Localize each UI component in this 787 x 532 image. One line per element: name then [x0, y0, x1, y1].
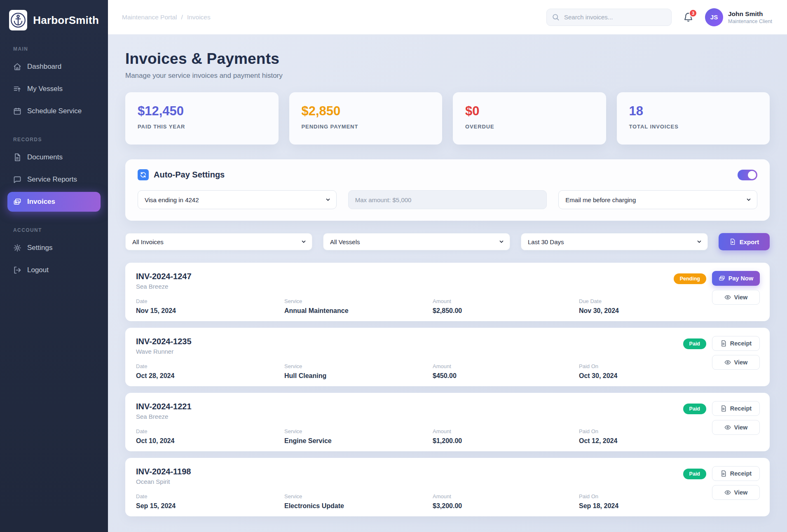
- sidebar-item-label: Service Reports: [27, 175, 77, 184]
- view-label: View: [734, 489, 748, 496]
- invoice-field-service: Service Hull Cleaning: [284, 363, 433, 380]
- notifications-button[interactable]: 3: [683, 12, 693, 22]
- invoice-list: INV-2024-1247 Sea Breeze Date Nov 15, 20…: [125, 263, 770, 516]
- sidebar-item-schedule-service[interactable]: Schedule Service: [7, 101, 101, 121]
- sidebar: HarborSmith MAIN Dashboard My Vessels Sc…: [0, 0, 108, 532]
- date-range-filter-wrap: Last 30 Days: [521, 233, 708, 250]
- gear-icon: [13, 244, 21, 252]
- anchor-icon: [10, 12, 26, 28]
- receipt-button[interactable]: Receipt: [712, 401, 760, 416]
- view-label: View: [734, 294, 748, 301]
- autopay-refresh-icon: [138, 169, 149, 180]
- stat-value: $0: [465, 104, 594, 119]
- nav-section-account: ACCOUNT: [13, 227, 101, 233]
- stat-card-pending-payment: $2,850 PENDING PAYMENT: [289, 92, 443, 145]
- date-range-select[interactable]: Last 30 Days: [521, 233, 708, 250]
- max-amount-input[interactable]: [348, 190, 547, 209]
- vessels-list-icon: [13, 85, 21, 93]
- invoice-filter-select[interactable]: All Invoices: [125, 233, 312, 250]
- breadcrumb-current: Invoices: [187, 14, 211, 21]
- invoice-row: INV-2024-1198 Ocean Spirit Date Sep 15, …: [125, 458, 770, 516]
- receipt-button[interactable]: Receipt: [712, 336, 760, 351]
- invoice-field-date: Date Sep 15, 2024: [136, 493, 284, 510]
- vessel-filter-wrap: All Vessels: [323, 233, 510, 250]
- stat-value: $2,850: [302, 104, 430, 119]
- vessel-filter-select[interactable]: All Vessels: [323, 233, 510, 250]
- sidebar-item-my-vessels[interactable]: My Vessels: [7, 79, 101, 99]
- search-input[interactable]: [546, 9, 672, 26]
- status-badge: Paid: [683, 404, 706, 414]
- invoice-number: INV-2024-1198: [136, 467, 759, 476]
- invoice-number: INV-2024-1247: [136, 272, 759, 281]
- sidebar-item-label: Dashboard: [27, 63, 61, 71]
- view-button[interactable]: View: [712, 485, 760, 500]
- toggle-knob: [748, 171, 756, 179]
- view-button[interactable]: View: [712, 290, 760, 305]
- user-role: Maintenance Client: [728, 19, 772, 24]
- eye-icon: [724, 359, 731, 366]
- stat-value: 18: [629, 104, 758, 119]
- notify-select[interactable]: Email me before charging: [558, 190, 757, 209]
- export-file-icon: [729, 238, 736, 245]
- avatar: JS: [705, 8, 723, 26]
- sidebar-item-dashboard[interactable]: Dashboard: [7, 57, 101, 77]
- sidebar-item-documents[interactable]: Documents: [7, 147, 101, 167]
- notify-select-wrap: Email me before charging: [558, 190, 757, 209]
- notification-count-badge: 3: [689, 9, 697, 17]
- user-menu[interactable]: JS John Smith Maintenance Client: [705, 8, 772, 26]
- autopay-title: Auto-Pay Settings: [154, 170, 225, 180]
- view-button[interactable]: View: [712, 355, 760, 370]
- nav-section-records: RECORDS: [13, 137, 101, 142]
- sidebar-item-logout[interactable]: Logout: [7, 260, 101, 280]
- logout-icon: [13, 266, 21, 274]
- invoice-filter-wrap: All Invoices: [125, 233, 312, 250]
- home-icon: [13, 63, 21, 71]
- payment-method-select-wrap: Visa ending in 4242: [138, 190, 337, 209]
- invoice-vessel: Ocean Spirit: [136, 478, 759, 485]
- pay-now-label: Pay Now: [728, 275, 753, 282]
- autopay-settings-card: Auto-Pay Settings Visa ending in 4242 Em: [125, 159, 770, 221]
- invoice-number: INV-2024-1235: [136, 337, 759, 346]
- search-box: [546, 9, 672, 26]
- max-amount-field-wrap: [348, 190, 547, 209]
- stat-card-paid-this-year: $12,450 PAID THIS YEAR: [125, 92, 279, 145]
- invoice-field-amount: Amount $3,200.00: [433, 493, 579, 510]
- invoice-row: INV-2024-1221 Sea Breeze Date Oct 10, 20…: [125, 393, 770, 451]
- stat-label: TOTAL INVOICES: [629, 124, 758, 130]
- receipt-button[interactable]: Receipt: [712, 466, 760, 481]
- main-content: Invoices & Payments Manage your service …: [108, 35, 787, 532]
- breadcrumb-parent[interactable]: Maintenance Portal: [122, 14, 177, 21]
- stat-label: PAID THIS YEAR: [138, 124, 266, 130]
- export-button[interactable]: Export: [719, 233, 770, 250]
- brand[interactable]: HarborSmith: [7, 10, 101, 30]
- invoice-field-service: Service Engine Service: [284, 428, 433, 445]
- view-button[interactable]: View: [712, 420, 760, 435]
- sidebar-item-invoices[interactable]: Invoices: [7, 192, 101, 212]
- stat-value: $12,450: [138, 104, 266, 119]
- payment-method-select[interactable]: Visa ending in 4242: [138, 190, 337, 209]
- sidebar-item-label: Logout: [27, 266, 49, 274]
- export-label: Export: [740, 238, 759, 245]
- harborsmith-logo: [9, 10, 27, 30]
- invoice-field-service: Service Annual Maintenance: [284, 298, 433, 315]
- invoice-field-date: Date Oct 28, 2024: [136, 363, 284, 380]
- invoice-field-amount: Amount $1,200.00: [433, 428, 579, 445]
- page-subtitle: Manage your service invoices and payment…: [125, 72, 770, 80]
- invoice-vessel: Sea Breeze: [136, 413, 759, 420]
- receipt-icon: [720, 405, 727, 412]
- sidebar-item-label: Settings: [27, 244, 52, 252]
- invoice-number: INV-2024-1221: [136, 402, 759, 411]
- receipt-label: Receipt: [730, 340, 752, 347]
- invoice-field-date: Date Nov 15, 2024: [136, 298, 284, 315]
- status-badge: Paid: [683, 338, 706, 349]
- calendar-icon: [13, 107, 21, 115]
- autopay-toggle[interactable]: [738, 170, 757, 180]
- sidebar-item-settings[interactable]: Settings: [7, 238, 101, 258]
- invoice-cards-icon: [13, 198, 21, 206]
- sidebar-item-label: Documents: [27, 153, 63, 161]
- receipt-icon: [720, 470, 727, 477]
- brand-name: HarborSmith: [33, 14, 99, 27]
- breadcrumb: Maintenance Portal / Invoices: [122, 14, 211, 21]
- sidebar-item-service-reports[interactable]: Service Reports: [7, 170, 101, 189]
- pay-now-button[interactable]: Pay Now: [712, 271, 760, 286]
